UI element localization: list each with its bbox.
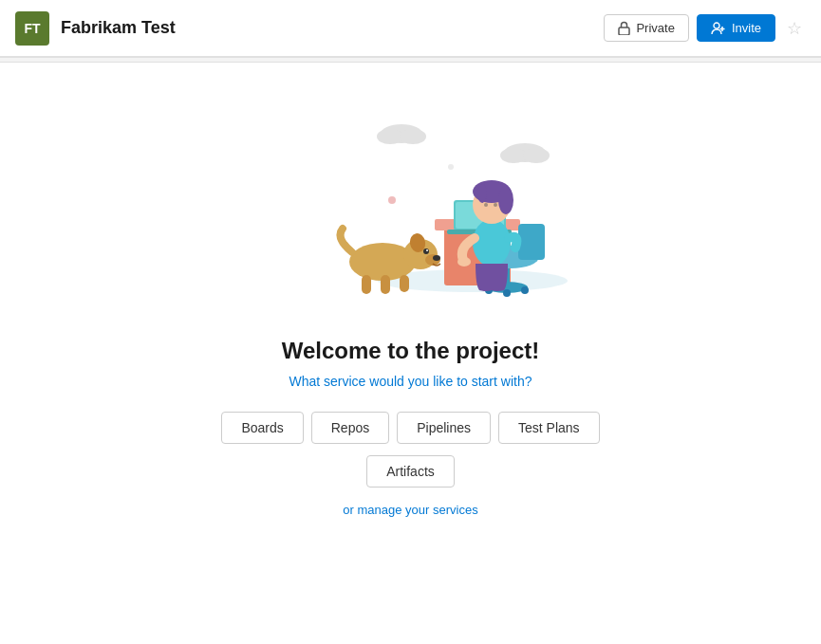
svg-rect-38 [362, 275, 371, 294]
service-buttons-row2: Artifacts [366, 455, 455, 488]
svg-rect-40 [400, 275, 409, 292]
svg-point-11 [388, 196, 396, 204]
svg-point-10 [448, 164, 454, 170]
service-artifacts-button[interactable]: Artifacts [366, 455, 455, 488]
service-repos-button[interactable]: Repos [311, 412, 389, 444]
invite-people-icon [711, 22, 726, 35]
svg-point-36 [433, 255, 440, 261]
svg-point-42 [426, 249, 428, 251]
service-pipelines-button[interactable]: Pipelines [397, 412, 491, 444]
svg-point-28 [498, 186, 513, 214]
main-content: Welcome to the project! What service wou… [0, 63, 821, 517]
welcome-subtitle: What service would you like to start wit… [289, 374, 532, 389]
svg-point-6 [400, 129, 426, 144]
svg-point-31 [494, 203, 497, 207]
svg-rect-0 [619, 28, 629, 35]
cloud1 [377, 124, 426, 144]
svg-point-29 [477, 184, 487, 203]
project-title: Fabrikam Test [61, 18, 604, 38]
svg-point-32 [457, 257, 471, 267]
svg-point-41 [423, 248, 429, 254]
svg-point-1 [714, 23, 719, 28]
service-buttons-row1: Boards Repos Pipelines Test Plans [221, 412, 599, 444]
cloud2 [500, 143, 550, 163]
header: FT Fabrikam Test Private Invite ☆ [0, 0, 821, 57]
favorite-button[interactable]: ☆ [783, 14, 806, 43]
svg-point-21 [503, 289, 511, 297]
svg-point-20 [521, 286, 529, 294]
invite-button[interactable]: Invite [697, 14, 775, 42]
svg-point-30 [484, 203, 488, 207]
welcome-title: Welcome to the project! [282, 338, 540, 364]
private-button[interactable]: Private [604, 14, 688, 42]
svg-point-8 [500, 148, 527, 163]
welcome-illustration [231, 91, 591, 319]
svg-rect-16 [518, 224, 545, 260]
svg-point-25 [473, 219, 511, 267]
manage-services-link[interactable]: or manage your services [343, 503, 477, 517]
service-test-plans-button[interactable]: Test Plans [498, 412, 600, 444]
header-actions: Private Invite ☆ [604, 14, 806, 43]
svg-point-5 [377, 129, 403, 144]
svg-point-9 [523, 148, 550, 163]
project-logo: FT [15, 11, 49, 46]
lock-icon [618, 21, 630, 35]
svg-rect-39 [381, 275, 390, 294]
service-boards-button[interactable]: Boards [221, 412, 303, 444]
